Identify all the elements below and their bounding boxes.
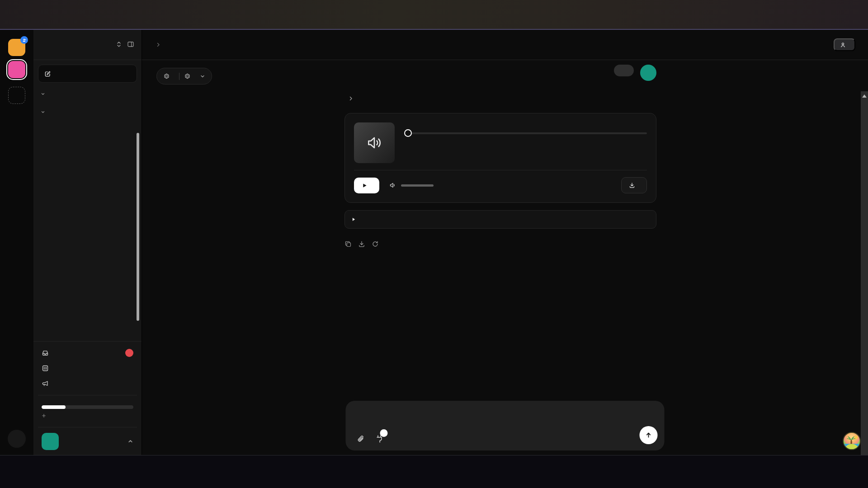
avatar <box>640 65 656 81</box>
desktop-backdrop-top <box>0 0 868 29</box>
usage-meter <box>38 395 137 422</box>
seek-track[interactable] <box>405 132 647 134</box>
model-selector[interactable] <box>156 68 212 84</box>
volume-icon[interactable] <box>389 182 396 189</box>
app-window <box>0 30 868 455</box>
new-chat-button[interactable] <box>38 65 137 83</box>
copy-icon[interactable] <box>344 240 352 248</box>
play-button[interactable] <box>354 178 379 193</box>
pages-progress-track[interactable] <box>42 405 133 409</box>
triangle-right-icon <box>352 217 356 221</box>
message-input[interactable] <box>346 401 665 423</box>
seek-knob[interactable] <box>404 129 412 137</box>
documents-icon <box>42 365 49 372</box>
app-logo[interactable] <box>8 430 26 448</box>
download-icon <box>629 182 635 188</box>
regenerate-icon[interactable] <box>372 240 379 248</box>
speaker-icon <box>366 134 383 151</box>
download-icon[interactable] <box>358 240 366 248</box>
chevron-down-icon <box>41 110 45 114</box>
chevron-right-icon <box>156 42 161 47</box>
sidebar-item-announcements[interactable] <box>38 376 137 391</box>
plus-icon <box>42 413 46 418</box>
get-more-pages-button[interactable] <box>42 413 133 418</box>
main-scrollbar[interactable] <box>861 91 868 455</box>
user-message-bubble <box>614 65 634 76</box>
divider <box>354 170 647 170</box>
inbox-icon <box>42 349 49 357</box>
scroll-up-arrow[interactable] <box>862 94 867 98</box>
reviewed-steps-expander[interactable] <box>344 96 354 101</box>
edit-icon <box>44 70 51 77</box>
download-button[interactable] <box>621 177 647 193</box>
invite-badge-icon <box>20 36 28 44</box>
workspace-rail <box>0 30 33 455</box>
sidebar-header <box>33 30 142 60</box>
collapse-sidebar-icon[interactable] <box>127 41 135 49</box>
connector-count-badge <box>380 429 388 437</box>
avatar <box>42 433 59 450</box>
podcast-thumbnail <box>354 122 395 163</box>
user-profile-menu[interactable] <box>38 427 137 455</box>
visibility-button[interactable] <box>834 38 855 51</box>
podcast-player-card <box>344 113 656 203</box>
chevron-down-icon <box>41 92 45 96</box>
sidebar <box>33 30 142 455</box>
sidebar-item-inbox[interactable] <box>38 345 137 361</box>
message-composer <box>346 401 665 450</box>
sidebar-body <box>33 60 142 341</box>
inbox-count-badge <box>125 349 133 357</box>
chat-content <box>142 60 868 455</box>
user-message-row <box>344 65 656 81</box>
volume-control <box>389 182 434 189</box>
pages-progress-fill <box>42 405 66 409</box>
send-button[interactable] <box>640 426 658 444</box>
chevron-down-icon <box>200 74 205 79</box>
main-panel <box>142 30 868 455</box>
connectors-icon[interactable] <box>375 435 384 443</box>
island-extension-icon[interactable] <box>843 432 861 450</box>
openai-icon <box>163 73 170 80</box>
add-workspace-button[interactable] <box>8 87 25 104</box>
desktop-backdrop-bottom <box>0 455 868 488</box>
attachment-icon[interactable] <box>357 435 365 443</box>
chevron-right-icon <box>348 96 354 101</box>
topbar <box>142 30 868 60</box>
private-chats-section[interactable] <box>41 110 135 114</box>
message-actions <box>344 240 656 248</box>
divider <box>179 73 179 80</box>
openai-icon <box>184 73 191 80</box>
sidebar-bottom-nav <box>33 341 142 455</box>
volume-slider[interactable] <box>401 184 434 187</box>
megaphone-icon <box>42 380 49 387</box>
seek-bar <box>405 129 647 137</box>
chevron-up-icon <box>127 438 133 444</box>
sidebar-item-documents[interactable] <box>38 361 137 376</box>
shared-chats-section[interactable] <box>41 92 135 96</box>
play-icon <box>362 183 367 188</box>
workspace-te-avatar[interactable] <box>8 39 25 56</box>
workspace-switcher-icon[interactable] <box>115 41 123 49</box>
person-icon <box>840 42 846 48</box>
transcript-expander[interactable] <box>344 210 656 229</box>
conversation-column <box>344 65 656 248</box>
arrow-up-icon <box>645 432 652 439</box>
sidebar-scrollbar-thumb[interactable] <box>137 133 139 321</box>
workspace-tr-avatar[interactable] <box>8 61 25 78</box>
